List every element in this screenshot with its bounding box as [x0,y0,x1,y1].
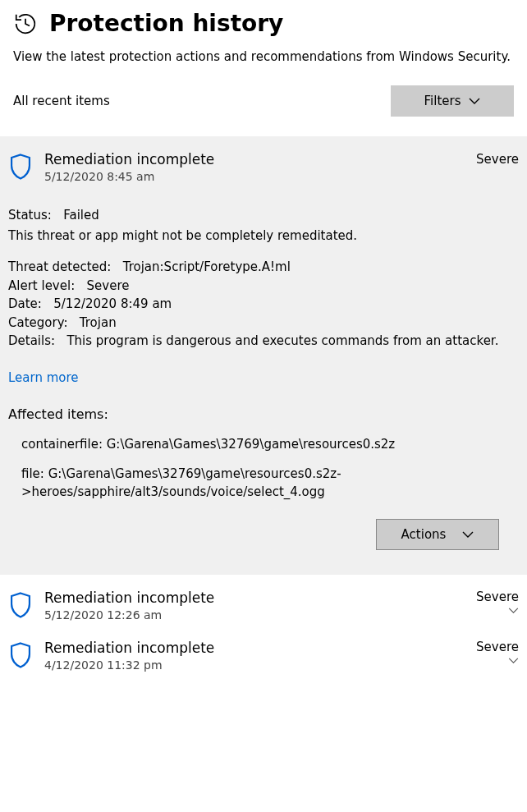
severity-label: Severe [476,640,519,654]
category-value: Trojan [80,315,117,330]
page-subtitle: View the latest protection actions and r… [13,48,514,66]
collapsed-title: Remediation incomplete [44,590,465,606]
actions-label: Actions [401,527,447,542]
recent-items-label: All recent items [13,94,110,108]
page-title: Protection history [49,10,283,37]
card-body: Status: Failed This threat or app might … [8,206,519,550]
status-value: Failed [63,208,99,222]
shield-icon [8,591,33,619]
toolbar: All recent items Filters [0,85,527,117]
collapsed-right: Severe [476,640,519,664]
collapsed-titles: Remediation incomplete 4/12/2020 11:32 p… [44,640,465,672]
threat-label: Threat detected: [8,259,111,274]
chevron-down-icon [462,531,474,539]
affected-items-header: Affected items: [8,405,519,424]
card-timestamp: 5/12/2020 8:45 am [44,170,465,183]
date-value: 5/12/2020 8:49 am [53,296,172,311]
card-title: Remediation incomplete [44,151,465,167]
card-header[interactable]: Remediation incomplete 5/12/2020 8:45 am… [8,151,519,183]
collapsed-timestamp: 5/12/2020 12:26 am [44,608,465,622]
details-value: This program is dangerous and executes c… [66,333,498,348]
threat-card-expanded: Remediation incomplete 5/12/2020 8:45 am… [0,136,527,575]
collapsed-titles: Remediation incomplete 5/12/2020 12:26 a… [44,590,465,622]
card-actions: Actions [8,519,519,550]
category-label: Category: [8,315,67,330]
details-label: Details: [8,333,55,348]
threat-value: Trojan:Script/Foretype.A!ml [123,259,291,274]
chevron-down-icon [508,608,519,614]
affected-item: containerfile: G:\Garena\Games\32769\gam… [21,436,519,454]
details-line: Details: This program is dangerous and e… [8,332,519,351]
date-label: Date: [8,296,42,311]
alert-value: Severe [87,278,130,293]
history-icon [13,11,38,36]
severity-label: Severe [476,152,519,167]
title-row: Protection history [13,10,514,37]
chevron-down-icon [508,658,519,664]
status-line: Status: Failed [8,206,519,225]
threat-row-collapsed[interactable]: Remediation incomplete 5/12/2020 12:26 a… [0,590,527,622]
shield-icon [8,153,33,181]
threat-line: Threat detected: Trojan:Script/Foretype.… [8,258,519,277]
threat-row-collapsed[interactable]: Remediation incomplete 4/12/2020 11:32 p… [0,640,527,672]
alert-label: Alert level: [8,278,75,293]
collapsed-timestamp: 4/12/2020 11:32 pm [44,658,465,672]
alert-line: Alert level: Severe [8,277,519,296]
collapsed-right: Severe [476,590,519,614]
severity-label: Severe [476,590,519,604]
page-header: Protection history View the latest prote… [0,0,527,66]
filters-label: Filters [424,94,461,108]
date-line: Date: 5/12/2020 8:49 am [8,295,519,314]
status-description: This threat or app might not be complete… [8,227,519,245]
shield-icon [8,641,33,669]
category-line: Category: Trojan [8,314,519,333]
collapsed-title: Remediation incomplete [44,640,465,656]
status-label: Status: [8,208,52,222]
card-titles: Remediation incomplete 5/12/2020 8:45 am [44,151,465,183]
affected-item: file: G:\Garena\Games\32769\game\resourc… [21,466,519,502]
filters-button[interactable]: Filters [391,85,514,117]
learn-more-link[interactable]: Learn more [8,369,79,388]
chevron-down-icon [469,98,480,105]
actions-button[interactable]: Actions [376,519,499,550]
